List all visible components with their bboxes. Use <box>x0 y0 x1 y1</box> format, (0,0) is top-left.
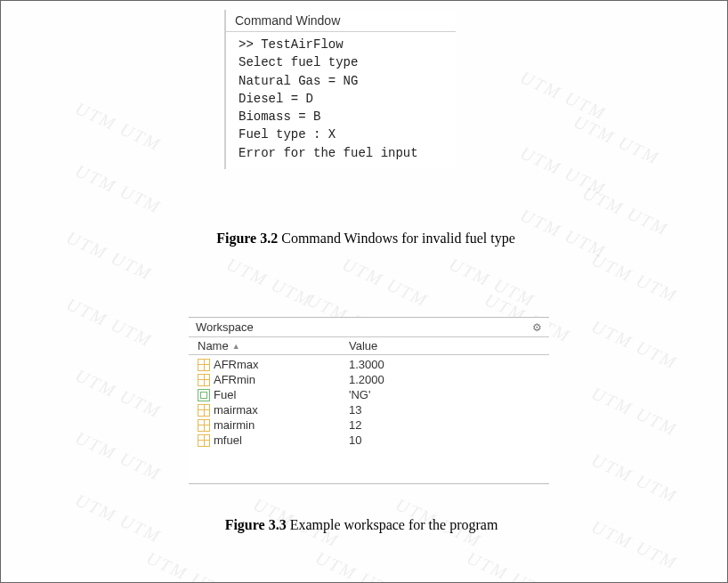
watermark: UTM UTM <box>63 227 155 285</box>
watermark: UTM UTM <box>312 547 404 583</box>
watermark: UTM UTM <box>579 182 671 240</box>
figure-caption-2: Figure 3.3 Example workspace for the pro… <box>192 517 530 533</box>
var-value: 10 <box>349 433 549 447</box>
table-row[interactable]: mfuel 10 <box>189 433 549 448</box>
watermark: UTM UTM <box>588 516 680 574</box>
watermark: UTM UTM <box>588 383 680 441</box>
watermark: UTM UTM <box>588 316 680 374</box>
var-name: Fuel <box>214 388 236 401</box>
workspace-panel: Workspace ⚙ Name ▲ Value AFRmax 1.3000 A… <box>189 317 549 484</box>
sort-asc-icon: ▲ <box>232 342 240 351</box>
column-header-name-label: Name <box>198 339 229 352</box>
watermark: UTM UTM <box>72 490 164 547</box>
var-name: mfuel <box>214 433 242 447</box>
variable-numeric-icon <box>198 434 210 447</box>
watermark: UTM UTM <box>446 254 538 312</box>
workspace-title: Workspace <box>196 320 254 334</box>
watermark: UTM UTM <box>72 365 164 423</box>
watermark: UTM UTM <box>517 205 609 263</box>
cmd-line: Error for the fuel input <box>239 144 449 162</box>
watermark: UTM UTM <box>517 142 609 200</box>
column-header-value[interactable]: Value <box>349 339 549 352</box>
cmd-line: Select fuel type <box>239 53 449 71</box>
watermark: UTM UTM <box>464 547 555 583</box>
command-window: Command Window >> TestAirFlow Select fue… <box>224 10 456 169</box>
cmd-line: Natural Gas = NG <box>239 72 449 90</box>
watermark: UTM UTM <box>143 547 235 583</box>
table-row[interactable]: mairmin 12 <box>189 417 549 433</box>
table-row[interactable]: Fuel 'NG' <box>189 387 549 402</box>
variable-numeric-icon <box>198 419 210 432</box>
workspace-columns: Name ▲ Value <box>189 337 549 355</box>
watermark: UTM UTM <box>517 67 609 125</box>
table-row[interactable]: AFRmin 1.2000 <box>189 372 549 387</box>
figure-caption-1-text: Command Windows for invalid fuel type <box>278 231 515 246</box>
cmd-line: Biomass = B <box>239 108 449 126</box>
watermark: UTM UTM <box>72 98 164 156</box>
table-row[interactable]: mairmax 13 <box>189 402 549 417</box>
var-name: AFRmax <box>214 358 259 371</box>
figure-caption-1: Figure 3.2 Command Windows for invalid f… <box>206 231 526 247</box>
cmd-line: >> TestAirFlow <box>239 36 449 53</box>
var-value: 1.3000 <box>349 358 549 371</box>
var-name: mairmax <box>214 403 258 417</box>
figure-caption-2-text: Example workspace for the program <box>287 517 498 532</box>
panel-menu-icon[interactable]: ⚙ <box>532 321 542 334</box>
command-window-title: Command Window <box>224 10 456 32</box>
variable-string-icon <box>198 389 210 401</box>
cmd-line: Fuel type : X <box>239 126 449 143</box>
figure-caption-1-num: Figure 3.2 <box>216 231 278 246</box>
table-row[interactable]: AFRmax 1.3000 <box>189 357 549 372</box>
workspace-header: Workspace ⚙ <box>189 318 549 337</box>
command-window-body: >> TestAirFlow Select fuel type Natural … <box>224 32 456 169</box>
var-value: 13 <box>349 403 549 417</box>
figure-caption-2-num: Figure 3.3 <box>225 517 287 532</box>
watermark: UTM UTM <box>339 254 431 312</box>
var-value: 'NG' <box>349 388 549 401</box>
variable-numeric-icon <box>198 374 210 386</box>
column-header-name[interactable]: Name ▲ <box>189 339 349 352</box>
var-name: AFRmin <box>214 373 255 386</box>
watermark: UTM UTM <box>223 254 315 312</box>
watermark: UTM UTM <box>570 111 662 169</box>
variable-numeric-icon <box>198 404 210 417</box>
workspace-rows: AFRmax 1.3000 AFRmin 1.2000 Fuel 'NG' ma… <box>189 355 549 483</box>
watermark: UTM UTM <box>588 249 680 307</box>
var-value: 12 <box>349 418 549 432</box>
watermark: UTM UTM <box>588 449 680 507</box>
watermark: UTM UTM <box>72 160 164 218</box>
var-name: mairmin <box>214 418 255 432</box>
watermark: UTM UTM <box>63 294 155 352</box>
var-value: 1.2000 <box>349 373 549 386</box>
variable-numeric-icon <box>198 359 210 371</box>
cmd-line: Diesel = D <box>239 90 449 108</box>
watermark: UTM UTM <box>72 427 164 485</box>
